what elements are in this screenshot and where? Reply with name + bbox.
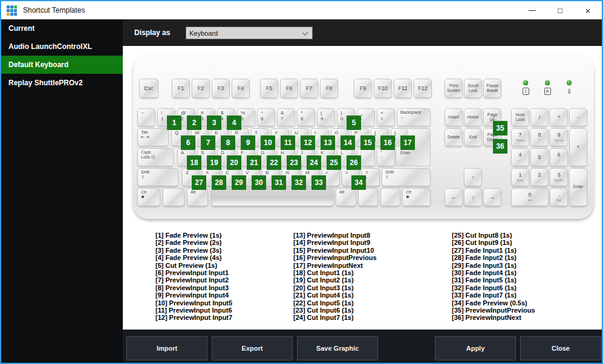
key-numpad-6[interactable]: 6→: [550, 148, 568, 166]
shortcut-badge-28: 28: [212, 175, 226, 190]
shortcut-entry: [8] PreviewInput Input3: [155, 284, 232, 291]
key-numpad-5[interactable]: 5: [530, 148, 549, 166]
key-numpad-decimal[interactable]: .Del: [550, 188, 568, 206]
key-f9[interactable]: F9: [354, 79, 372, 98]
key-f8[interactable]: F8: [320, 79, 338, 98]
shortcut-badge-7: 7: [201, 135, 215, 150]
key-end[interactable]: End: [464, 128, 482, 146]
key-alt-right[interactable]: Alt: [336, 188, 356, 206]
key-caps-lock[interactable]: CapsLock Ⓐ: [137, 148, 174, 166]
key-delete[interactable]: Delete: [445, 128, 463, 146]
shortcut-entry: [26] Cut Input9 (1s): [452, 239, 535, 246]
key-ctrl-left[interactable]: Ctr✱: [137, 188, 160, 206]
apply-button[interactable]: Apply: [435, 336, 516, 360]
key-insert[interactable]: Insert: [445, 108, 463, 126]
key-f5[interactable]: F5: [260, 79, 278, 98]
key-arrow-down[interactable]: ↓: [464, 188, 482, 206]
key-numpad-0[interactable]: 0Ins: [511, 188, 549, 206]
key-space[interactable]: [211, 188, 334, 206]
key-equals[interactable]: +=: [377, 108, 395, 126]
key-backtick[interactable]: ~`: [137, 108, 155, 126]
key-f3[interactable]: F3: [212, 79, 230, 98]
shortcut-entry: [35] PreviewInputPrevious: [452, 307, 535, 314]
shortcut-badge-16: 16: [380, 135, 395, 150]
display-as-value: Keyboard: [189, 30, 218, 37]
key-numpad-9[interactable]: 9Pg Up: [550, 128, 568, 146]
shortcut-badge-26: 26: [347, 155, 361, 170]
key-numpad-2[interactable]: 2↓: [530, 168, 549, 186]
key-numpad-3[interactable]: 3Pg Dn: [550, 168, 568, 186]
key-f11[interactable]: F11: [394, 79, 412, 98]
key-tab[interactable]: Tab⇤ ⇥: [137, 128, 169, 146]
key-f12[interactable]: F12: [414, 79, 432, 98]
key-scroll-lock[interactable]: ScrollLock: [464, 79, 482, 98]
minimize-button[interactable]: —: [518, 1, 546, 19]
shortcut-entry: [9] PreviewInput Input4: [155, 291, 232, 299]
shortcut-badge-22: 22: [267, 155, 281, 170]
key-numpad-8[interactable]: 8↑: [530, 128, 549, 146]
key-numpad-7[interactable]: 7Home: [511, 128, 529, 146]
key-numpad-1[interactable]: 1End: [511, 168, 529, 186]
shortcut-entry: [17] PreviewInputNext: [293, 262, 377, 269]
sidebar-item-default-keyboard[interactable]: Default Keyboard: [1, 56, 123, 74]
shortcut-entry: [11] PreviewInput Input6: [155, 307, 232, 314]
app-icon-square: [7, 5, 10, 8]
maximize-button[interactable]: □: [546, 1, 574, 19]
key-numpad-enter[interactable]: Enter: [569, 168, 587, 206]
key-shift-right[interactable]: Shift⇧: [382, 168, 431, 186]
num-lock-led: [523, 80, 528, 85]
key-pause-break[interactable]: PauseBreak: [483, 79, 501, 98]
shortcut-badge-23: 23: [287, 155, 301, 170]
shortcut-entry: [3] Fade Preview (3s): [155, 247, 232, 254]
key-numpad-divide[interactable]: /: [530, 108, 549, 126]
key-win-right[interactable]: [358, 188, 378, 206]
key-6[interactable]: ^6: [257, 108, 275, 126]
key-arrow-up[interactable]: ↑: [464, 168, 482, 186]
key-numpad-plus[interactable]: +: [569, 128, 587, 166]
shortcut-entry: [15] PreviewInput Input10: [293, 247, 377, 254]
key-print-screen[interactable]: PrintScreen: [445, 79, 463, 98]
key-shift-left[interactable]: Shift⇧: [137, 168, 178, 186]
key-numpad-4[interactable]: 4←: [511, 148, 529, 166]
sidebar-item-replay-shuttleprov2[interactable]: Replay ShuttlePROv2: [1, 74, 123, 92]
key-numpad-minus[interactable]: -: [569, 108, 587, 126]
key-8[interactable]: *8: [297, 108, 315, 126]
shortcut-badge-12: 12: [301, 135, 315, 150]
app-icon-square: [10, 13, 13, 16]
key-f2[interactable]: F2: [192, 79, 210, 98]
import-button[interactable]: Import: [126, 336, 207, 360]
close-dialog-button[interactable]: Close: [520, 336, 601, 360]
shortcut-badge-32: 32: [292, 175, 306, 190]
titlebar: Shortcut Templates — □ ×: [1, 1, 602, 19]
key-numpad-multiply[interactable]: *: [550, 108, 568, 126]
shortcut-badge-24: 24: [307, 155, 321, 170]
key-win-left[interactable]: [163, 188, 184, 206]
key-num-lock[interactable]: NumLock: [511, 108, 529, 126]
key-9[interactable]: (9: [317, 108, 335, 126]
close-button[interactable]: ×: [574, 1, 602, 19]
key-ctrl-right[interactable]: Ctr✱: [402, 188, 431, 206]
key-f1[interactable]: F1: [172, 79, 190, 98]
export-button[interactable]: Export: [212, 336, 293, 360]
shortcut-entry: [10] PreviewInput Input5: [155, 299, 232, 307]
key-esc[interactable]: Esc: [139, 79, 158, 98]
key-alt-left[interactable]: Alt: [187, 188, 208, 206]
display-as-select[interactable]: Keyboard: [186, 27, 313, 39]
key-f10[interactable]: F10: [374, 79, 392, 98]
shortcut-badge-36: 36: [493, 139, 507, 154]
key-7[interactable]: &7: [277, 108, 295, 126]
app-icon-square: [10, 5, 13, 8]
sidebar-item-current[interactable]: Current: [1, 19, 123, 37]
key-arrow-left[interactable]: ←: [445, 188, 463, 206]
key-home[interactable]: Home: [464, 108, 482, 126]
key-f6[interactable]: F6: [280, 79, 298, 98]
key-arrow-right[interactable]: →: [483, 188, 501, 206]
sidebar-item-audio-launchcontrolxl[interactable]: Audio LaunchControlXL: [1, 37, 123, 56]
key-backspace[interactable]: Backspace←: [397, 108, 431, 126]
key-menu[interactable]: [380, 188, 400, 206]
shortcut-badge-11: 11: [281, 135, 295, 150]
save-graphic-button[interactable]: Save Graphic: [297, 336, 378, 360]
key-f7[interactable]: F7: [300, 79, 318, 98]
key-quote[interactable]: "': [377, 148, 395, 166]
key-f4[interactable]: F4: [232, 79, 250, 98]
